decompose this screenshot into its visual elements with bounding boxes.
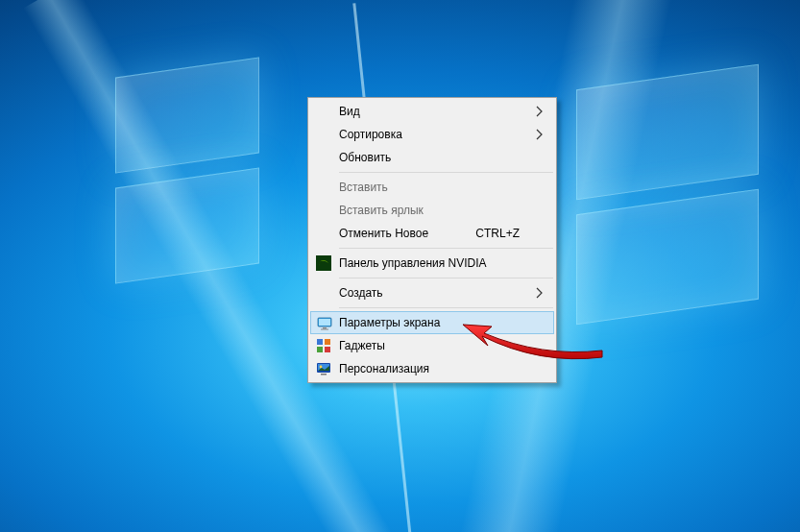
svg-rect-3 [323,327,327,329]
svg-rect-0 [316,255,331,271]
menu-separator [339,307,553,308]
menu-label: Параметры экрана [339,316,440,329]
desktop-context-menu: Вид Сортировка Обновить Вставить Вставит… [307,97,557,383]
menu-item-paste: Вставить [310,176,554,199]
svg-rect-4 [321,329,328,330]
menu-item-view[interactable]: Вид [310,100,554,123]
chevron-right-icon [535,106,545,117]
svg-rect-2 [319,319,330,326]
svg-rect-7 [317,347,323,352]
menu-item-personalize[interactable]: Персонализация [310,357,554,380]
menu-separator [339,172,553,173]
personalize-icon [316,361,331,376]
svg-rect-8 [325,347,330,352]
menu-label: Вид [339,105,360,118]
menu-label: Обновить [339,151,391,164]
menu-item-refresh[interactable]: Обновить [310,146,554,169]
menu-label: Панель управления NVIDIA [339,256,487,270]
menu-label: Персонализация [339,362,429,375]
menu-label: Отменить Новое [339,227,428,240]
menu-label: Создать [339,286,383,300]
menu-item-display-settings[interactable]: Параметры экрана [310,311,554,334]
menu-item-gadgets[interactable]: Гаджеты [310,334,554,357]
menu-separator [339,248,553,249]
svg-rect-12 [321,374,327,375]
svg-rect-6 [325,339,330,345]
menu-item-paste-shortcut: Вставить ярлык [310,199,554,222]
nvidia-icon [316,255,331,271]
menu-label: Сортировка [339,128,402,141]
menu-label: Вставить ярлык [339,204,424,217]
monitor-icon [317,316,332,331]
menu-label: Вставить [339,181,388,194]
svg-rect-5 [317,339,323,345]
menu-separator [339,278,553,278]
chevron-right-icon [535,287,545,299]
menu-item-sort[interactable]: Сортировка [310,123,554,146]
svg-point-11 [320,366,323,369]
menu-item-undo-new[interactable]: Отменить Новое CTRL+Z [310,222,554,245]
menu-label: Гаджеты [339,339,385,352]
menu-shortcut: CTRL+Z [475,227,520,240]
menu-item-create[interactable]: Создать [310,281,554,304]
gadgets-icon [316,338,331,353]
chevron-right-icon [535,129,545,140]
menu-item-nvidia[interactable]: Панель управления NVIDIA [310,252,554,275]
